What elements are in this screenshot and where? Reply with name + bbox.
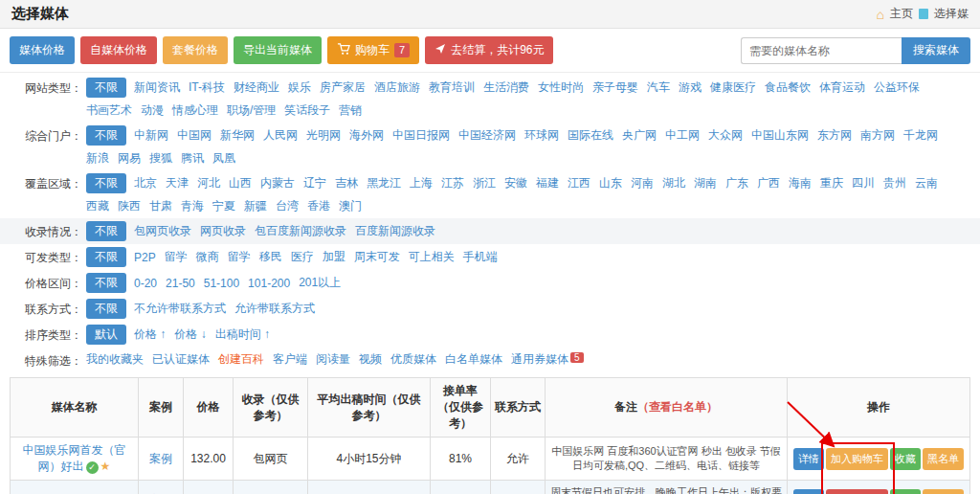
case-link[interactable]: 案例 — [149, 452, 172, 465]
filter-option[interactable]: 网页收录 — [200, 223, 246, 239]
filter-option[interactable]: 中工网 — [665, 127, 700, 144]
filter-option[interactable]: 通用券媒体5 — [511, 351, 584, 368]
filter-option[interactable]: 江西 — [568, 175, 590, 191]
filter-option[interactable]: 游戏 — [679, 79, 702, 96]
filter-option[interactable]: 女性时尚 — [538, 79, 584, 96]
search-media-button[interactable]: 搜索媒体 — [902, 37, 970, 64]
filter-option[interactable]: 汽车 — [647, 79, 670, 96]
filter-option[interactable]: 海外网 — [349, 127, 384, 144]
filter-option[interactable]: 新闻资讯 — [134, 79, 180, 96]
shopping-cart-button[interactable]: 购物车7 — [327, 36, 419, 64]
filter-option[interactable]: 央广网 — [622, 127, 657, 144]
filter-option[interactable]: 人民网 — [263, 127, 298, 144]
filter-option-selected[interactable]: 不限 — [86, 299, 126, 319]
filter-option[interactable]: 河北 — [197, 175, 220, 191]
filter-option[interactable]: 营销 — [339, 102, 362, 119]
filter-option[interactable]: 笑话段子 — [284, 102, 330, 119]
filter-option[interactable]: 台湾 — [276, 198, 299, 214]
filter-option[interactable]: 教育培训 — [429, 79, 475, 96]
filter-option[interactable]: 贵州 — [883, 175, 906, 191]
checkout-button[interactable]: 去结算，共计96元 — [425, 36, 553, 64]
filter-option-selected[interactable]: 不限 — [86, 221, 126, 241]
blacklist-button[interactable]: 黑名单 — [923, 448, 964, 470]
filter-option[interactable]: 出稿时间 ↑ — [215, 326, 270, 343]
filter-option[interactable]: 新疆 — [244, 198, 267, 214]
filter-option[interactable]: 51-100 — [204, 277, 239, 290]
remove-from-cart-button[interactable]: 移出购物车 — [826, 489, 888, 494]
filter-option[interactable]: 东方网 — [817, 127, 852, 144]
filter-option[interactable]: 留学 — [165, 249, 188, 265]
filter-option[interactable]: 山西 — [229, 175, 252, 191]
blacklist-button[interactable]: 黑名单 — [923, 489, 964, 494]
filter-option[interactable]: 南方网 — [860, 127, 895, 144]
column-header-sub-link[interactable]: （查看白名单） — [637, 400, 718, 414]
favorite-button[interactable]: 收藏 — [890, 448, 921, 470]
filter-option[interactable]: 甘肃 — [149, 198, 172, 214]
filter-option[interactable]: 加盟 — [323, 249, 345, 265]
filter-option[interactable]: 价格 ↓ — [174, 326, 206, 343]
filter-option[interactable]: 网易 — [118, 150, 141, 167]
export-current-media-button[interactable]: 导出当前媒体 — [234, 36, 322, 64]
filter-option[interactable]: 酒店旅游 — [374, 79, 420, 96]
filter-option[interactable]: 黑龙江 — [367, 175, 401, 191]
filter-option[interactable]: 新浪 — [86, 150, 109, 167]
filter-option[interactable]: 江苏 — [441, 175, 464, 191]
filter-option[interactable]: 山东 — [599, 175, 622, 191]
filter-option[interactable]: 白名单媒体 — [445, 351, 502, 368]
media-name-link[interactable]: 中国娱乐网首发（官网）好出 — [23, 443, 126, 473]
filter-option[interactable]: 香港 — [307, 198, 330, 214]
filter-option[interactable]: 光明网 — [306, 127, 341, 144]
filter-option[interactable]: 体育运动 — [819, 79, 865, 96]
filter-option[interactable]: 千龙网 — [903, 127, 938, 144]
filter-option[interactable]: 已认证媒体 — [152, 351, 210, 368]
media-price-button[interactable]: 媒体价格 — [10, 36, 75, 64]
filter-option[interactable]: 手机端 — [463, 249, 498, 265]
filter-option[interactable]: 公益环保 — [874, 79, 920, 96]
filter-option[interactable]: 北京 — [134, 175, 157, 191]
filter-option[interactable]: 优质媒体 — [390, 351, 436, 368]
filter-option[interactable]: 中国山东网 — [751, 127, 809, 144]
filter-option[interactable]: 云南 — [915, 175, 938, 191]
filter-option[interactable]: 我的收藏夹 — [86, 351, 144, 368]
filter-option[interactable]: 周末可发 — [354, 249, 400, 265]
filter-option[interactable]: 财经商业 — [234, 79, 279, 96]
filter-option[interactable]: 创建百科 — [218, 351, 264, 368]
filter-option[interactable]: 宁夏 — [212, 198, 235, 214]
filter-option[interactable]: 澳门 — [339, 198, 362, 214]
filter-option[interactable]: 中国网 — [177, 127, 212, 144]
self-media-price-button[interactable]: 自媒体价格 — [80, 36, 157, 64]
filter-option[interactable]: 安徽 — [504, 175, 527, 191]
filter-option[interactable]: 房产家居 — [320, 79, 366, 96]
filter-option-selected[interactable]: 不限 — [86, 125, 126, 146]
filter-option[interactable]: 包百度新闻源收录 — [255, 223, 346, 239]
search-input[interactable] — [741, 37, 902, 64]
filter-option-selected[interactable]: 默认 — [86, 325, 126, 345]
filter-option[interactable]: 大众网 — [708, 127, 743, 144]
filter-option[interactable]: 中国经济网 — [458, 127, 516, 144]
filter-option[interactable]: 201以上 — [299, 275, 341, 291]
package-price-button[interactable]: 套餐价格 — [163, 36, 228, 64]
filter-option[interactable]: 情感心理 — [172, 102, 218, 119]
filter-option[interactable]: 移民 — [259, 249, 282, 265]
filter-option[interactable]: 重庆 — [820, 175, 843, 191]
filter-option[interactable]: 腾讯 — [181, 150, 204, 167]
filter-option[interactable]: 中国日报网 — [392, 127, 450, 144]
filter-option[interactable]: 生活消费 — [483, 79, 529, 96]
filter-option[interactable]: 天津 — [166, 175, 189, 191]
filter-option[interactable]: 亲子母婴 — [592, 79, 638, 96]
filter-option[interactable]: 价格 ↑ — [134, 326, 166, 343]
add-to-cart-button[interactable]: 加入购物车 — [826, 448, 888, 470]
filter-option[interactable]: 动漫 — [141, 102, 164, 119]
filter-option[interactable]: 职场/管理 — [227, 102, 276, 119]
filter-option[interactable]: 广东 — [725, 175, 748, 191]
favorite-button[interactable]: 收藏 — [890, 489, 921, 494]
filter-option-selected[interactable]: 不限 — [86, 78, 126, 98]
filter-option-selected[interactable]: 不限 — [86, 273, 126, 293]
filter-option[interactable]: 留学 — [228, 249, 251, 265]
filter-option[interactable]: 陕西 — [118, 198, 141, 214]
home-link[interactable]: 主页 — [890, 6, 913, 22]
filter-option[interactable]: 101-200 — [248, 277, 290, 290]
filter-option[interactable]: 吉林 — [335, 175, 358, 191]
filter-option[interactable]: 广西 — [757, 175, 780, 191]
filter-option[interactable]: 浙江 — [473, 175, 496, 191]
